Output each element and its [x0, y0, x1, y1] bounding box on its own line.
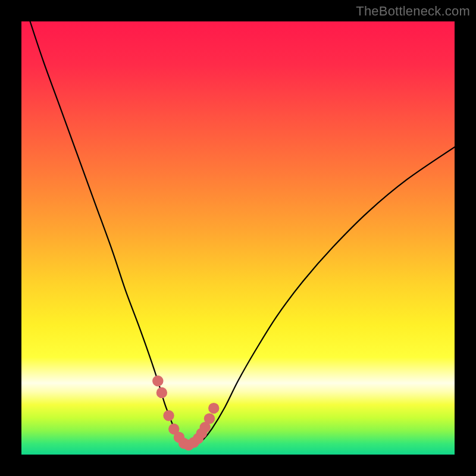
svg-rect-0 [21, 21, 455, 455]
frame-border: TheBottleneck.com [0, 0, 476, 476]
plot-area [21, 21, 455, 455]
watermark-text: TheBottleneck.com [356, 4, 470, 19]
background-gradient [21, 21, 455, 455]
